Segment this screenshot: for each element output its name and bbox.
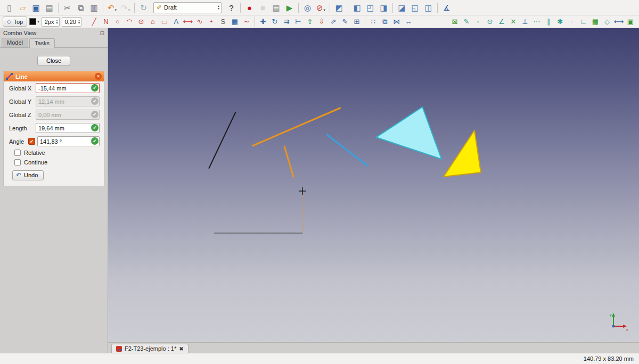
snap-extension-icon[interactable]: ⋯ — [531, 16, 543, 27]
draw-style-icon[interactable]: ⊘▾ — [314, 2, 327, 14]
draft-offset-icon[interactable]: ⇉ — [281, 16, 292, 27]
sketch-black-line[interactable] — [209, 112, 235, 168]
fit-all-icon[interactable]: ◎ — [301, 2, 314, 14]
draft-wire-icon[interactable]: N — [100, 16, 112, 27]
whats-this-icon[interactable]: ? — [225, 2, 238, 14]
draft-polygon-icon[interactable]: ⌂ — [147, 16, 159, 27]
view-bottom-icon[interactable]: ◱ — [408, 2, 422, 14]
draft-mirror-icon[interactable]: ⋈ — [391, 16, 403, 27]
global-y-input[interactable] — [36, 96, 100, 106]
snap-endpoint-icon[interactable]: ✎ — [461, 16, 472, 27]
continue-checkbox[interactable] — [14, 159, 21, 166]
draft-upgrade-icon[interactable]: ⇧ — [304, 16, 316, 27]
workbench-selector[interactable]: ✐ Draft ▴▾ — [153, 2, 222, 13]
dock-panel-icon[interactable]: ⊡ — [100, 30, 104, 36]
text-scale-spinbox[interactable]: 0,20 ▴▾ — [62, 17, 81, 27]
draft-bspline-icon[interactable]: ∿ — [194, 16, 206, 27]
draft-ellipse-icon[interactable]: ⊙ — [135, 16, 147, 27]
measure-distance-icon[interactable]: ∡ — [440, 2, 453, 14]
snap-perpendicular-icon[interactable]: ⊥ — [519, 16, 531, 27]
task-header-close-icon[interactable]: ✕ — [95, 73, 102, 80]
draft-stretch-icon[interactable]: ↔ — [403, 16, 414, 27]
new-document-icon[interactable]: ▯ — [3, 2, 16, 14]
text-scale-arrows[interactable]: ▴▾ — [78, 19, 80, 24]
draft-circle-icon[interactable]: ○ — [112, 16, 124, 27]
redo-icon[interactable]: ↷▾ — [119, 2, 132, 14]
macro-edit-icon[interactable]: ▤ — [269, 2, 283, 14]
draft-shapestring-icon[interactable]: S — [217, 16, 229, 27]
cut-icon[interactable]: ✂ — [61, 2, 74, 14]
print-icon[interactable]: ▤ — [43, 2, 56, 14]
draft-line-icon[interactable]: ╱ — [88, 16, 100, 27]
draft-facebinder-icon[interactable]: ▦ — [229, 16, 241, 27]
draft-array-icon[interactable]: ∷ — [367, 16, 379, 27]
macro-stop-icon[interactable]: ■ — [256, 2, 269, 14]
save-icon[interactable]: ▣ — [29, 2, 43, 14]
dropdown-arrow-icon[interactable]: ▾ — [115, 8, 117, 14]
draft-point-icon[interactable]: • — [206, 16, 217, 27]
dropdown-arrow-icon[interactable]: ▾ — [128, 8, 130, 14]
yellow-triangle[interactable] — [444, 130, 481, 177]
view-isometric-icon[interactable]: ◩ — [332, 2, 346, 14]
view-right-icon[interactable]: ◨ — [377, 2, 390, 14]
tab-model[interactable]: Model — [2, 38, 28, 47]
view-left-icon[interactable]: ◫ — [422, 2, 435, 14]
draft-arc-icon[interactable]: ◠ — [124, 16, 135, 27]
3d-viewport[interactable]: y x — [108, 28, 639, 342]
sketch-orange-line-short[interactable] — [284, 146, 293, 177]
refresh-icon[interactable]: ↻ — [137, 2, 150, 14]
cyan-triangle[interactable] — [376, 107, 441, 159]
copy-icon[interactable]: ⧉ — [74, 2, 87, 14]
paste-icon[interactable]: ▥ — [87, 2, 101, 14]
task-close-button[interactable]: Close — [37, 56, 70, 65]
grid-toggle-icon[interactable]: ▣ — [625, 16, 636, 27]
snap-lock-icon[interactable]: ⊠ — [449, 16, 461, 27]
snap-ortho-icon[interactable]: ∟ — [578, 16, 589, 27]
snap-center-icon[interactable]: ⊙ — [484, 16, 496, 27]
draft-subelement-icon[interactable]: ⊞ — [351, 16, 363, 27]
workbench-selector-arrows[interactable]: ▴▾ — [218, 5, 219, 10]
sketch-orange-line-long[interactable] — [252, 108, 340, 146]
relative-checkbox[interactable] — [14, 150, 21, 156]
draft-downgrade-icon[interactable]: ⇩ — [316, 16, 327, 27]
line-width-arrows[interactable]: ▴▾ — [56, 19, 58, 24]
draft-clone-icon[interactable]: ⧉ — [379, 16, 391, 27]
draft-rotate-icon[interactable]: ↻ — [269, 16, 281, 27]
document-tab[interactable]: F2-T23-ejemplo : 1* ✖ — [111, 344, 189, 353]
view-front-icon[interactable]: ◧ — [350, 2, 364, 14]
working-plane-button[interactable]: ◇ Top — [3, 16, 27, 27]
snap-midpoint-icon[interactable]: ◦ — [472, 16, 484, 27]
global-z-input[interactable] — [36, 110, 100, 120]
draft-rectangle-icon[interactable]: ▭ — [159, 16, 170, 27]
draft-edit-icon[interactable]: ✎ — [339, 16, 351, 27]
draft-trim-icon[interactable]: ⊢ — [292, 16, 304, 27]
snap-near-icon[interactable]: ∙ — [566, 16, 578, 27]
view-rear-icon[interactable]: ◪ — [395, 2, 408, 14]
open-document-icon[interactable]: ▱ — [16, 2, 29, 14]
snap-special-icon[interactable]: ✱ — [554, 16, 566, 27]
line-width-spinbox[interactable]: 2px ▴▾ — [42, 17, 60, 27]
tab-tasks[interactable]: Tasks — [29, 38, 55, 48]
undo-icon[interactable]: ↶▾ — [105, 2, 119, 14]
sketch-blue-line[interactable] — [327, 135, 367, 166]
line-color-picker[interactable]: ▾ — [29, 18, 39, 25]
draft-scale-icon[interactable]: ⇗ — [327, 16, 339, 27]
macro-record-icon[interactable]: ● — [243, 2, 256, 14]
draft-text-icon[interactable]: A — [170, 16, 182, 27]
snap-dimensions-icon[interactable]: ⟷ — [613, 16, 625, 27]
view-top-icon[interactable]: ◰ — [364, 2, 377, 14]
global-x-input[interactable] — [36, 83, 100, 93]
snap-grid-icon[interactable]: ▦ — [589, 16, 601, 27]
snap-intersection-icon[interactable]: ✕ — [507, 16, 519, 27]
draft-move-icon[interactable]: ✚ — [257, 16, 269, 27]
macro-execute-icon[interactable]: ▶ — [283, 2, 296, 14]
document-tab-close-icon[interactable]: ✖ — [179, 346, 183, 352]
angle-input[interactable] — [37, 136, 100, 146]
angle-checkbox[interactable]: ✔ — [28, 138, 35, 145]
draft-bezier-icon[interactable]: ∼ — [241, 16, 252, 27]
snap-parallel-icon[interactable]: ∥ — [543, 16, 554, 27]
dropdown-arrow-icon[interactable]: ▾ — [324, 8, 326, 14]
draft-dimension-icon[interactable]: ⟷ — [182, 16, 194, 27]
snap-working-plane-icon[interactable]: ◇ — [601, 16, 613, 27]
snap-angle-icon[interactable]: ∠ — [496, 16, 507, 27]
